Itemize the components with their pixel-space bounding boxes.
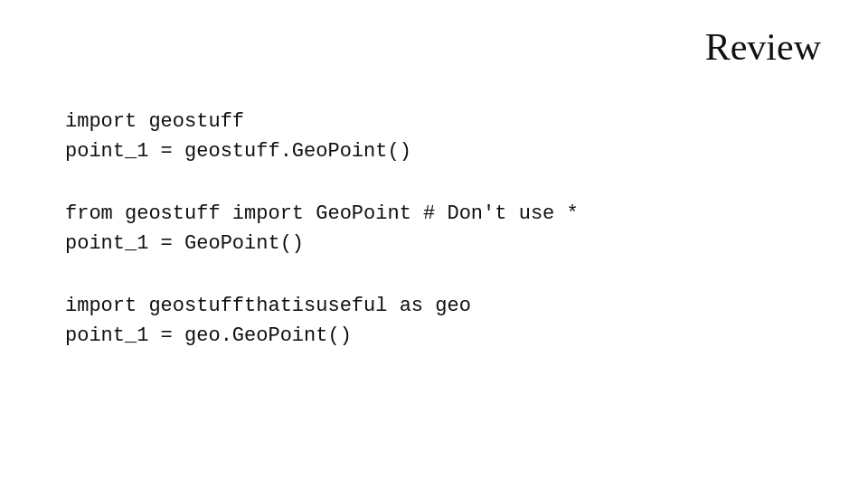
- code-block-2: from geostuff import GeoPoint # Don't us…: [65, 199, 579, 258]
- code-line: import geostuff: [65, 107, 579, 136]
- code-line: point_1 = geostuff.GeoPoint(): [65, 136, 579, 166]
- code-block-3: import geostuffthatisuseful as geo point…: [65, 291, 579, 351]
- code-block-1: import geostuff point_1 = geostuff.GeoPo…: [65, 107, 579, 166]
- code-line: point_1 = geo.GeoPoint(): [65, 321, 579, 351]
- code-line: from geostuff import GeoPoint # Don't us…: [65, 199, 579, 229]
- code-section: import geostuff point_1 = geostuff.GeoPo…: [65, 107, 579, 383]
- page-container: Review import geostuff point_1 = geostuf…: [0, 0, 868, 488]
- code-line: point_1 = GeoPoint(): [65, 229, 579, 258]
- page-title: Review: [705, 25, 821, 69]
- code-line: import geostuffthatisuseful as geo: [65, 291, 579, 321]
